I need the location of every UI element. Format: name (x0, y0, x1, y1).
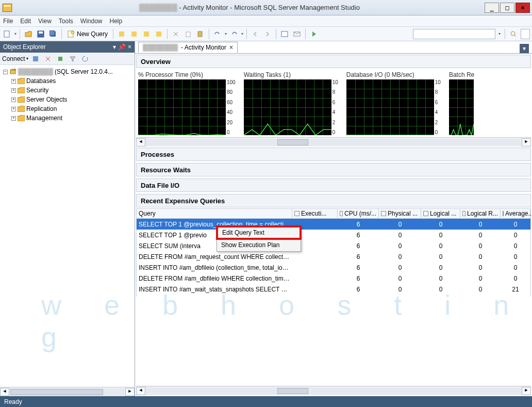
collapse-icon[interactable]: − (3, 70, 8, 74)
tb-window-button[interactable] (279, 29, 290, 39)
query-row[interactable]: DELETE FROM #am_dbfileio WHERE collectio… (137, 273, 530, 284)
server-name-blurred: ████████ (18, 68, 53, 75)
tb-mail-button[interactable] (292, 29, 302, 39)
col-physical[interactable]: Physical ... (379, 209, 421, 218)
query-row[interactable]: SELECT TOP 1 @previous_collection_time =… (137, 219, 530, 230)
undo-button[interactable] (212, 29, 223, 39)
close-button[interactable]: × (516, 3, 530, 13)
menu-help[interactable]: Help (110, 18, 123, 25)
new-query-button[interactable]: New Query (65, 30, 110, 38)
redo-button[interactable] (229, 29, 239, 39)
connect-dropdown[interactable]: Connect▾ (2, 55, 28, 62)
query-row[interactable]: INSERT INTO #am_wait_stats_snapshots SEL… (137, 284, 530, 295)
menu-view[interactable]: View (38, 18, 52, 25)
query-row[interactable]: SELECT SUM (interva60000 (137, 240, 530, 251)
tree-server-row[interactable]: − ████████ (SQL Server 12.0.4... (1, 67, 134, 76)
col-average[interactable]: Average... (501, 209, 530, 218)
toolbar-find-button[interactable] (508, 29, 519, 39)
minimize-button[interactable]: _ (485, 3, 499, 13)
panel-pin-icon[interactable]: 📌 (118, 43, 126, 51)
toolbar-help-button[interactable] (521, 29, 530, 39)
open-button[interactable] (23, 29, 34, 39)
activity-monitor-tab[interactable]: ████████ - Activity Monitor × (138, 42, 238, 53)
tab-close-icon[interactable]: × (229, 44, 233, 51)
data-file-io-section-header[interactable]: Data File I/O (136, 178, 531, 192)
toolbar-combo[interactable] (413, 29, 495, 39)
recent-queries-section-header[interactable]: Recent Expensive Queries (136, 194, 531, 207)
expand-icon[interactable]: + (11, 107, 16, 111)
filter-icon[interactable] (423, 211, 428, 216)
tree-node-management[interactable]: +Management (1, 113, 134, 123)
filter-icon[interactable] (294, 211, 300, 216)
menu-tools[interactable]: Tools (59, 18, 73, 25)
query-row[interactable]: SELECT @current_total_io_mb = SUM(num_of… (137, 295, 530, 297)
hscroll-right[interactable]: ► (125, 388, 135, 396)
pane-hscroll-right[interactable]: ► (522, 387, 531, 395)
panel-dropdown-icon[interactable]: ▾ (113, 43, 116, 51)
execute-button[interactable] (309, 29, 319, 39)
overview-section-header[interactable]: Overview (136, 55, 531, 68)
filter-icon[interactable] (68, 54, 78, 64)
tb-icon-db3[interactable] (141, 29, 152, 39)
maximize-button[interactable]: □ (500, 3, 514, 13)
query-row[interactable]: DELETE FROM #am_request_count WHERE coll… (137, 251, 530, 262)
menu-window[interactable]: Window (80, 18, 103, 25)
pane-hscroll-left[interactable]: ◄ (136, 387, 145, 395)
pane-hscroll[interactable]: ◄ ► (136, 386, 531, 395)
filter-icon[interactable] (503, 211, 504, 216)
stop-icon[interactable] (55, 54, 65, 64)
tb-icon-db4[interactable] (154, 29, 164, 39)
cut-button[interactable] (171, 29, 181, 39)
expand-icon[interactable]: + (11, 88, 16, 93)
query-row[interactable]: INSERT INTO #am_dbfileio (collection_tim… (137, 262, 530, 273)
panel-close-icon[interactable]: × (128, 43, 131, 51)
query-row[interactable]: SELECT TOP 1 @previo60000 (137, 230, 530, 240)
refresh-icon[interactable] (80, 54, 90, 64)
new-project-button[interactable] (2, 29, 12, 39)
nav-fwd-button[interactable] (262, 29, 273, 39)
col-query[interactable]: Query (137, 209, 292, 218)
col-logical-2[interactable]: Logical R... (460, 209, 501, 218)
context-menu-item[interactable]: Edit Query Text (217, 226, 301, 239)
col-logical-1[interactable]: Logical ... (421, 209, 460, 218)
expand-icon[interactable]: + (11, 116, 16, 121)
tree-node-databases[interactable]: +Databases (1, 76, 134, 86)
context-menu-item[interactable]: Show Execution Plan (217, 239, 301, 251)
ov-hscroll-left[interactable]: ◄ (136, 138, 145, 146)
cell-logical-1: 0 (421, 242, 460, 250)
cell-logical-1: 0 (421, 286, 460, 293)
expand-icon[interactable]: + (11, 97, 16, 102)
object-explorer-panel: Object Explorer ▾ 📌 × Connect▾ − ███████… (0, 41, 135, 396)
filter-icon[interactable] (381, 211, 386, 216)
svg-rect-14 (198, 31, 202, 37)
tab-overflow-icon[interactable]: ▾ (520, 44, 529, 53)
nav-back-button[interactable] (250, 29, 260, 39)
copy-button[interactable] (183, 29, 193, 39)
col-cpu[interactable]: CPU (ms/... (338, 209, 379, 218)
disconnect-icon[interactable] (43, 54, 53, 64)
cell-logical-1: 0 (421, 264, 460, 271)
overview-hscroll[interactable]: ◄ ► (136, 137, 531, 146)
object-explorer-hscroll[interactable]: ◄ ► (0, 387, 135, 396)
tb-icon-db1[interactable] (117, 29, 127, 39)
connect-icon[interactable] (30, 54, 41, 64)
ov-hscroll-right[interactable]: ► (522, 138, 531, 146)
tree-node-security[interactable]: +Security (1, 86, 134, 95)
tree-node-replication[interactable]: +Replication (1, 104, 134, 113)
col-executions[interactable]: Executi... (292, 209, 338, 218)
tree-node-server-objects[interactable]: +Server Objects (1, 95, 134, 104)
paste-button[interactable] (195, 29, 206, 39)
save-button[interactable] (36, 29, 46, 39)
menu-edit[interactable]: Edit (20, 18, 31, 25)
object-tree[interactable]: − ████████ (SQL Server 12.0.4... +Databa… (0, 65, 135, 387)
tb-icon-db2[interactable] (129, 29, 139, 39)
expand-icon[interactable]: + (11, 79, 16, 84)
save-all-button[interactable] (48, 29, 58, 39)
menu-file[interactable]: File (3, 18, 13, 25)
chart-title: Batch Re (449, 71, 474, 78)
hscroll-left[interactable]: ◄ (0, 388, 9, 396)
resource-waits-section-header[interactable]: Resource Waits (136, 163, 531, 176)
processes-section-header[interactable]: Processes (136, 148, 531, 161)
filter-icon[interactable] (462, 211, 466, 216)
filter-icon[interactable] (340, 211, 343, 216)
